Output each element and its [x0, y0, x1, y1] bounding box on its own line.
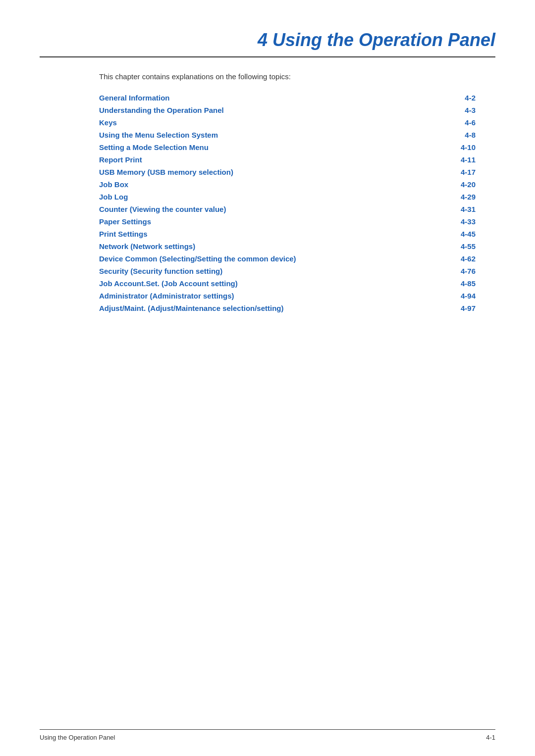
- toc-row[interactable]: Setting a Mode Selection Menu4-10: [99, 141, 495, 153]
- toc-item-page: 4-31: [416, 203, 495, 215]
- toc-item-title[interactable]: Device Common (Selecting/Setting the com…: [99, 252, 416, 265]
- toc-row[interactable]: Device Common (Selecting/Setting the com…: [99, 252, 495, 265]
- toc-item-page: 4-62: [416, 252, 495, 265]
- toc-item-title[interactable]: General Information: [99, 92, 416, 104]
- toc-item-page: 4-97: [416, 302, 495, 314]
- toc-item-title[interactable]: Security (Security function setting): [99, 265, 416, 277]
- chapter-number: 4: [258, 30, 268, 50]
- page-container: 4 Using the Operation Panel This chapter…: [0, 0, 535, 756]
- toc-row[interactable]: Job Account.Set. (Job Account setting)4-…: [99, 277, 495, 290]
- toc-item-title[interactable]: USB Memory (USB memory selection): [99, 166, 416, 178]
- toc-item-title[interactable]: Understanding the Operation Panel: [99, 104, 416, 116]
- toc-item-page: 4-55: [416, 240, 495, 252]
- toc-row[interactable]: Job Log4-29: [99, 191, 495, 203]
- toc-row[interactable]: Understanding the Operation Panel4-3: [99, 104, 495, 116]
- toc-item-title[interactable]: Counter (Viewing the counter value): [99, 203, 416, 215]
- toc-item-page: 4-94: [416, 290, 495, 302]
- toc-item-page: 4-45: [416, 228, 495, 240]
- toc-row[interactable]: USB Memory (USB memory selection)4-17: [99, 166, 495, 178]
- toc-item-page: 4-11: [416, 153, 495, 166]
- toc-row[interactable]: Security (Security function setting)4-76: [99, 265, 495, 277]
- toc-row[interactable]: Using the Menu Selection System4-8: [99, 129, 495, 141]
- toc-row[interactable]: Administrator (Administrator settings)4-…: [99, 290, 495, 302]
- toc-item-page: 4-17: [416, 166, 495, 178]
- toc-item-title[interactable]: Using the Menu Selection System: [99, 129, 416, 141]
- toc-item-page: 4-3: [416, 104, 495, 116]
- toc-table: General Information4-2Understanding the …: [99, 92, 495, 314]
- toc-row[interactable]: Job Box4-20: [99, 178, 495, 191]
- footer: Using the Operation Panel 4-1: [40, 729, 495, 741]
- chapter-title: 4 Using the Operation Panel: [40, 30, 495, 57]
- toc-item-page: 4-29: [416, 191, 495, 203]
- intro-text: This chapter contains explanations on th…: [99, 72, 495, 81]
- toc-item-title[interactable]: Job Log: [99, 191, 416, 203]
- toc-item-title[interactable]: Setting a Mode Selection Menu: [99, 141, 416, 153]
- toc-item-title[interactable]: Paper Settings: [99, 215, 416, 228]
- toc-item-title[interactable]: Job Box: [99, 178, 416, 191]
- chapter-title-text: Using the Operation Panel: [272, 30, 495, 50]
- toc-item-page: 4-33: [416, 215, 495, 228]
- toc-row[interactable]: Network (Network settings)4-55: [99, 240, 495, 252]
- toc-row[interactable]: Print Settings4-45: [99, 228, 495, 240]
- toc-item-page: 4-20: [416, 178, 495, 191]
- toc-item-title[interactable]: Keys: [99, 116, 416, 129]
- footer-right: 4-1: [486, 734, 495, 741]
- toc-item-title[interactable]: Job Account.Set. (Job Account setting): [99, 277, 416, 290]
- toc-item-page: 4-10: [416, 141, 495, 153]
- toc-item-title[interactable]: Adjust/Maint. (Adjust/Maintenance select…: [99, 302, 416, 314]
- toc-item-page: 4-2: [416, 92, 495, 104]
- toc-row[interactable]: Keys4-6: [99, 116, 495, 129]
- toc-item-title[interactable]: Report Print: [99, 153, 416, 166]
- toc-item-page: 4-85: [416, 277, 495, 290]
- toc-item-page: 4-76: [416, 265, 495, 277]
- toc-row[interactable]: Report Print4-11: [99, 153, 495, 166]
- toc-row[interactable]: Paper Settings4-33: [99, 215, 495, 228]
- toc-item-title[interactable]: Administrator (Administrator settings): [99, 290, 416, 302]
- toc-item-title[interactable]: Network (Network settings): [99, 240, 416, 252]
- toc-item-title[interactable]: Print Settings: [99, 228, 416, 240]
- footer-left: Using the Operation Panel: [40, 734, 115, 741]
- toc-item-page: 4-8: [416, 129, 495, 141]
- toc-row[interactable]: Counter (Viewing the counter value)4-31: [99, 203, 495, 215]
- toc-row[interactable]: General Information4-2: [99, 92, 495, 104]
- toc-item-page: 4-6: [416, 116, 495, 129]
- toc-row[interactable]: Adjust/Maint. (Adjust/Maintenance select…: [99, 302, 495, 314]
